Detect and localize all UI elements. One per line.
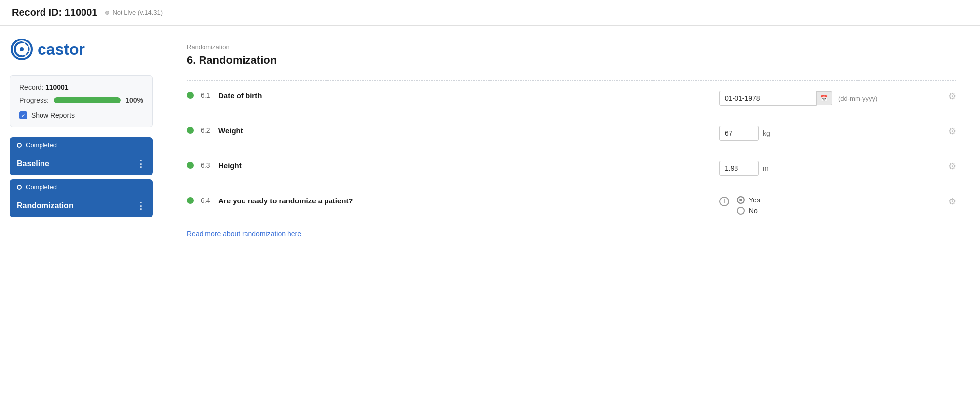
field-actions-6-2: ⚙ [927,126,956,137]
info-icon-6-4: i [719,197,729,206]
svg-point-1 [20,47,24,51]
nav-baseline-section: Completed Baseline ⋮ [10,137,153,175]
height-unit: m [763,164,769,172]
gear-icon-6-2[interactable]: ⚙ [948,126,956,137]
breadcrumb: Randomization [187,43,956,51]
progress-bar-background [54,97,121,103]
field-indicator-6-1 [187,91,201,99]
status-text: Not Live (v.14.31) [112,9,163,16]
green-dot-6-1 [187,92,194,99]
baseline-menu-dots[interactable]: ⋮ [136,159,146,169]
field-label-6-2: Weight [218,126,719,135]
field-label-6-1: Date of birth [218,91,719,100]
weight-input[interactable] [719,126,759,141]
date-format-hint: (dd-mm-yyyy) [838,95,877,102]
sidebar-item-randomization[interactable]: Randomization ⋮ [10,195,153,217]
baseline-label: Baseline [17,160,49,168]
page-header: Record ID: 110001 Not Live (v.14.31) [0,0,980,26]
baseline-completed-dot [17,143,22,148]
date-of-birth-input[interactable] [719,91,817,106]
radio-option-yes[interactable]: Yes [737,196,760,204]
radio-input-area: i Yes No [719,196,760,215]
green-dot-6-3 [187,162,194,169]
green-dot-6-4 [187,197,194,204]
field-weight: 6.2 Weight kg ⚙ [187,116,956,151]
field-input-6-4: i Yes No [719,196,927,215]
gear-icon-6-4[interactable]: ⚙ [948,196,956,207]
radio-label-no: No [749,207,758,215]
logo-container: castor [10,38,153,61]
section-title: 6. Randomization [187,54,956,67]
field-number-6-1: 6.1 [201,91,218,99]
progress-label: Progress: [19,96,49,104]
date-input-group: 📅 [719,91,832,106]
randomization-completed-label: Completed [10,179,153,195]
show-reports-checkbox[interactable] [19,111,27,119]
live-status: Not Live (v.14.31) [105,9,163,16]
progress-bar-fill [54,97,121,103]
radio-circle-yes[interactable] [737,196,745,204]
field-indicator-6-2 [187,126,201,134]
sidebar: castor Record: 110001 Progress: 100% Sho… [0,26,163,399]
field-actions-6-1: ⚙ [927,91,956,102]
progress-percent: 100% [125,96,143,104]
record-label: Record: 110001 [19,83,143,91]
field-actions-6-3: ⚙ [927,161,956,172]
nav-randomization-section: Completed Randomization ⋮ [10,179,153,217]
field-indicator-6-3 [187,161,201,169]
radio-option-no[interactable]: No [737,207,760,215]
radio-circle-no[interactable] [737,207,745,215]
radio-label-yes: Yes [749,196,760,204]
field-number-6-3: 6.3 [201,161,218,169]
gear-icon-6-1[interactable]: ⚙ [948,91,956,102]
show-reports-row: Show Reports [19,111,143,119]
sidebar-item-baseline[interactable]: Baseline ⋮ [10,153,153,175]
field-number-6-4: 6.4 [201,196,218,204]
field-input-6-2: kg [719,126,927,141]
progress-row: Progress: 100% [19,96,143,104]
logo-text: castor [38,40,85,59]
randomization-completed-dot [17,185,22,190]
height-input[interactable] [719,161,759,176]
date-picker-button[interactable]: 📅 [817,91,832,105]
gear-icon-6-3[interactable]: ⚙ [948,161,956,172]
field-label-6-3: Height [218,161,719,170]
record-card: Record: 110001 Progress: 100% Show Repor… [10,75,153,127]
field-date-of-birth: 6.1 Date of birth 📅 (dd-mm-yyyy) ⚙ [187,80,956,116]
logo-area: castor [10,38,153,61]
green-dot-6-2 [187,127,194,134]
field-input-6-3: m [719,161,927,176]
show-reports-label: Show Reports [31,111,75,119]
field-label-6-4: Are you ready to randomize a patient? [218,196,719,205]
field-height: 6.3 Height m ⚙ [187,151,956,186]
randomization-menu-dots[interactable]: ⋮ [136,200,146,211]
read-more-link[interactable]: Read more about randomization here [187,230,301,238]
field-number-6-2: 6.2 [201,126,218,134]
field-randomize-ready: 6.4 Are you ready to randomize a patient… [187,186,956,225]
main-content: Randomization 6. Randomization 6.1 Date … [163,26,980,399]
field-actions-6-4: ⚙ [927,196,956,207]
baseline-completed-text: Completed [26,141,57,149]
field-indicator-6-4 [187,196,201,204]
castor-logo-icon [10,38,34,61]
randomization-completed-text: Completed [26,183,57,191]
randomize-radio-group: Yes No [737,196,760,215]
record-value: 110001 [45,83,69,91]
weight-unit: kg [763,129,770,137]
baseline-completed-label: Completed [10,137,153,153]
status-indicator-dot [105,11,109,15]
field-input-6-1: 📅 (dd-mm-yyyy) [719,91,927,106]
record-id-title: Record ID: 110001 [12,7,97,18]
main-layout: castor Record: 110001 Progress: 100% Sho… [0,26,980,399]
randomization-label: Randomization [17,201,74,210]
